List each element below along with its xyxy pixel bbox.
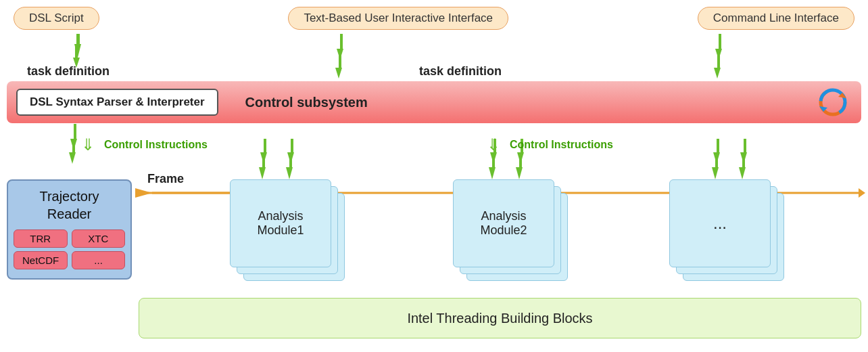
svg-marker-38 <box>739 167 746 179</box>
svg-rect-29 <box>519 152 522 167</box>
svg-rect-13 <box>72 139 75 152</box>
intel-tbb-box: Intel Threading Building Blocks <box>139 298 861 338</box>
svg-marker-12 <box>70 139 77 150</box>
svg-marker-20 <box>287 152 294 164</box>
trajectory-reader: TrajectoryReader TRR XTC NetCDF ... <box>7 179 132 280</box>
svg-marker-34 <box>712 167 719 179</box>
arrow-dsl-down <box>74 44 81 58</box>
svg-marker-32 <box>713 152 720 164</box>
format-row-2: NetCDF ... <box>14 251 125 269</box>
svg-marker-30 <box>516 167 523 179</box>
svg-rect-11 <box>74 124 76 139</box>
svg-marker-36 <box>740 152 747 164</box>
svg-rect-3 <box>340 34 343 49</box>
svg-rect-19 <box>291 139 293 152</box>
svg-marker-10 <box>714 68 721 79</box>
netcdf-badge: NetCDF <box>14 251 68 269</box>
module-dots-stack: ... <box>669 179 777 294</box>
frame-label: Frame <box>147 172 184 186</box>
svg-rect-0 <box>76 34 80 47</box>
module1-stack: AnalysisModule1 <box>230 179 338 294</box>
xtc-badge: XTC <box>72 229 126 248</box>
control-subsystem-label: Control subsystem <box>245 95 817 110</box>
module-dots-label: ... <box>713 214 727 233</box>
module2-label: AnalysisModule2 <box>480 209 527 238</box>
architecture-diagram: DSL Script Text-Based User Interactive I… <box>0 0 868 352</box>
refresh-icon <box>817 86 849 118</box>
svg-marker-26 <box>489 167 496 179</box>
svg-marker-14 <box>69 152 76 164</box>
svg-marker-22 <box>286 167 293 179</box>
ctrl-instr-right: ⇓ Control Instructions <box>487 135 613 154</box>
svg-marker-18 <box>259 167 266 179</box>
traj-reader-title: TrajectoryReader <box>14 188 125 223</box>
svg-marker-4 <box>337 49 343 60</box>
svg-rect-17 <box>262 152 265 167</box>
svg-rect-35 <box>744 139 746 152</box>
module1-label: AnalysisModule1 <box>257 209 304 238</box>
top-inputs-row: DSL Script Text-Based User Interactive I… <box>0 7 868 30</box>
format-row-1: TRR XTC <box>14 229 125 248</box>
ctrl-instr-left: ⇓ Control Instructions <box>81 135 208 154</box>
svg-marker-41 <box>135 188 152 198</box>
cli-box: Command Line Interface <box>698 7 854 30</box>
dsl-script-box: DSL Script <box>14 7 99 30</box>
task-def-left: task definition <box>27 64 110 79</box>
svg-rect-9 <box>717 49 720 68</box>
svg-rect-31 <box>717 139 719 152</box>
text-ui-box: Text-Based User Interactive Interface <box>288 7 508 30</box>
svg-rect-7 <box>719 34 721 49</box>
svg-marker-16 <box>260 152 267 164</box>
trr-badge: TRR <box>14 229 68 248</box>
dots-badge: ... <box>72 251 125 269</box>
svg-rect-37 <box>742 152 745 167</box>
task-def-right: task definition <box>419 64 690 79</box>
svg-rect-21 <box>289 152 292 167</box>
svg-marker-40 <box>859 188 865 198</box>
svg-rect-15 <box>264 139 266 152</box>
svg-rect-25 <box>492 152 495 167</box>
svg-rect-33 <box>715 152 718 167</box>
control-bar: DSL Syntax Parser & Interpreter Control … <box>7 81 861 123</box>
svg-marker-8 <box>715 49 722 60</box>
svg-rect-2 <box>75 44 78 59</box>
dsl-parser-box: DSL Syntax Parser & Interpreter <box>16 89 218 116</box>
module2-stack: AnalysisModule2 <box>453 179 561 294</box>
